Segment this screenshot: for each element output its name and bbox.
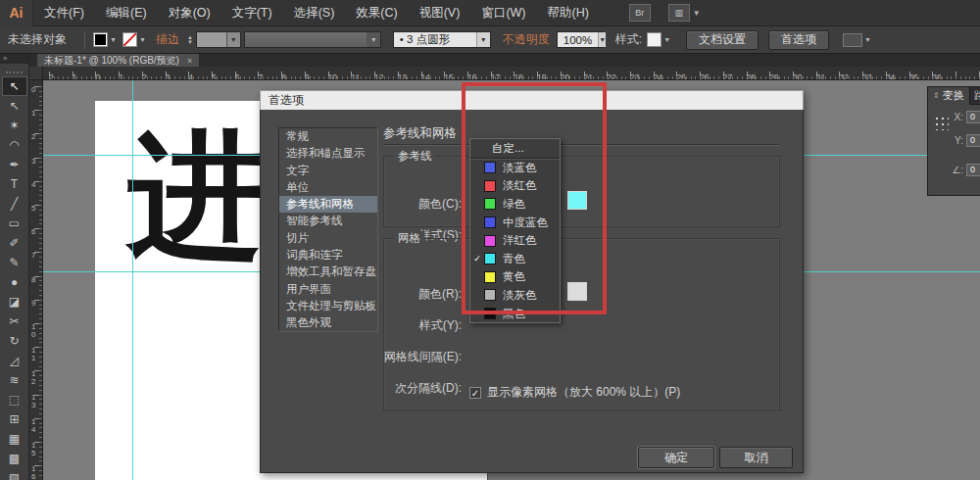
stroke-panel-link[interactable]: 描边 <box>156 31 179 48</box>
y-field[interactable]: 0 <box>966 134 980 147</box>
width-profile-dropdown[interactable]: ▼ <box>244 31 381 48</box>
bridge-icon[interactable]: Br <box>629 4 651 22</box>
blob-brush-tool[interactable]: ● <box>2 272 27 292</box>
paintbrush-tool[interactable]: ✐ <box>2 233 27 253</box>
chevron-down-icon[interactable]: ▼ <box>139 36 146 43</box>
vertical-ruler[interactable]: 012345678910111213141516 <box>29 80 43 480</box>
category-item[interactable]: 词典和连字 <box>279 247 377 264</box>
horizontal-ruler[interactable]: 2101234567891011121314151617181920212223… <box>43 67 980 80</box>
style-swatch[interactable] <box>647 32 662 47</box>
align-panel-icon[interactable] <box>843 33 862 47</box>
pen-tool[interactable]: ✒ <box>2 155 27 174</box>
pixel-grid-checkbox[interactable]: ✓ <box>469 387 481 399</box>
type-tool[interactable]: T <box>2 174 27 194</box>
menu-item[interactable]: 帮助(H) <box>537 0 600 26</box>
cancel-button[interactable]: 取消 <box>719 447 793 468</box>
width-tool[interactable]: ≋ <box>2 370 27 390</box>
reference-point-locator[interactable] <box>933 115 949 130</box>
category-item[interactable]: 增效工具和暂存盘 <box>279 264 377 280</box>
menu-item[interactable]: 对象(O) <box>158 0 221 26</box>
ruler-number: 15 <box>31 442 37 465</box>
angle-field[interactable]: 0 <box>966 164 980 176</box>
illustrator-window: Ai 文件(F)编辑(E)对象(O)文字(T)选择(S)效果(C)视图(V)窗口… <box>0 0 980 480</box>
document-tab-bar: 未标题-1* @ 100% (RGB/预览) × <box>29 54 980 67</box>
stroke-weight-stepper[interactable]: ▲ ▼ <box>187 35 193 45</box>
x-row: X: 0 <box>952 111 980 123</box>
ruler-number: 25 <box>676 72 700 80</box>
direct-selection-tool[interactable]: ↖ <box>2 96 27 116</box>
eraser-tool[interactable]: ◪ <box>2 292 27 312</box>
free-transform-tool[interactable]: ⬚ <box>2 390 27 409</box>
selection-status: 未选择对象 <box>8 31 67 48</box>
lasso-tool[interactable]: ◠ <box>2 135 27 155</box>
ruler-number: 11 <box>351 72 374 80</box>
menu-item[interactable]: 窗口(W) <box>470 0 536 26</box>
ruler-number: 22 <box>607 72 630 80</box>
x-field[interactable]: 0 <box>966 111 980 123</box>
ruler-number: 36 <box>932 72 956 80</box>
tab-transform[interactable]: ⇕变换 <box>928 87 970 105</box>
menu-item[interactable]: 文字(T) <box>221 0 283 26</box>
category-item[interactable]: 文字 <box>279 163 377 179</box>
ruler-number: 1 <box>73 72 96 80</box>
menu-item[interactable]: 视图(V) <box>409 0 471 26</box>
fill-color-swatch[interactable] <box>93 32 108 47</box>
ruler-number: 1 <box>119 72 142 80</box>
ruler-number: 4 <box>31 181 37 205</box>
scissors-tool[interactable]: ✂ <box>2 312 27 331</box>
document-setup-button[interactable]: 文档设置 <box>686 30 759 50</box>
menu-item[interactable]: 效果(C) <box>345 0 408 26</box>
artboard-text[interactable]: 进 <box>127 127 265 264</box>
perspective-grid-tool[interactable]: ▦ <box>2 429 27 449</box>
ruler-number: 18 <box>514 72 537 80</box>
ruler-number: 13 <box>31 394 37 417</box>
ruler-number: 20 <box>561 72 584 80</box>
magic-wand-tool[interactable]: ✶ <box>2 116 27 135</box>
shape-builder-tool[interactable]: ⊞ <box>2 409 27 429</box>
mesh-tool[interactable]: ▩ <box>2 449 27 468</box>
ruler-number: 14 <box>31 418 37 442</box>
vertical-guide[interactable] <box>132 80 133 480</box>
rotate-tool[interactable]: ↻ <box>2 331 27 351</box>
category-item[interactable]: 常规 <box>279 128 377 145</box>
ruler-number: 2 <box>142 72 166 80</box>
menu-item[interactable]: 选择(S) <box>283 0 346 26</box>
document-tab[interactable]: 未标题-1* @ 100% (RGB/预览) × <box>37 54 199 67</box>
panel-grip[interactable] <box>6 66 23 73</box>
ruler-number: 10 <box>328 72 352 80</box>
ruler-number: 21 <box>584 72 608 80</box>
stroke-color-swatch[interactable] <box>122 32 137 47</box>
annotation-highlight-box <box>462 82 607 314</box>
collapse-panel-button[interactable]: » <box>0 54 28 64</box>
stroke-weight-dropdown[interactable]: ▼ <box>196 31 241 48</box>
line-segment-tool[interactable]: ╱ <box>2 194 27 214</box>
ok-button[interactable]: 确定 <box>638 447 714 468</box>
menu-item[interactable]: 文件(F) <box>33 0 95 26</box>
chevron-down-icon[interactable]: ▼ <box>110 36 117 43</box>
ruler-number: 14 <box>421 72 445 80</box>
brush-dropdown[interactable]: • 3 点圆形▼ <box>393 31 491 48</box>
ruler-number: 1 <box>31 110 37 133</box>
pencil-tool[interactable]: ✎ <box>2 253 27 272</box>
close-icon[interactable]: × <box>187 56 192 66</box>
category-item[interactable]: 单位 <box>279 179 377 196</box>
document-title: 未标题-1* @ 100% (RGB/预览) <box>44 54 179 68</box>
opacity-dropdown[interactable]: 100%▼ <box>557 31 604 48</box>
ruler-number: 0 <box>95 72 119 80</box>
arrange-documents-control[interactable]: ▥ ▼ <box>668 4 701 22</box>
preferences-button[interactable]: 首选项 <box>768 30 829 50</box>
ruler-number: 9 <box>31 300 37 323</box>
selection-tool[interactable]: ↖ <box>2 76 27 96</box>
dialog-body: 常规选择和锚点显示文字单位参考线和网格智能参考线切片词典和连字增效工具和暂存盘用… <box>260 110 804 473</box>
gridline-every-label: 网格线间隔(E): <box>261 349 462 365</box>
menu-item[interactable]: 编辑(E) <box>95 0 158 26</box>
tab-pathfinder-partial[interactable]: 路 <box>970 88 980 103</box>
category-item[interactable]: 选择和锚点显示 <box>279 145 377 162</box>
opacity-link[interactable]: 不透明度 <box>503 31 550 48</box>
chevron-down-icon[interactable]: ▼ <box>864 36 871 43</box>
rectangle-tool[interactable]: ▭ <box>2 214 27 233</box>
scale-tool[interactable]: ◿ <box>2 351 27 370</box>
chevron-down-icon[interactable]: ▼ <box>663 36 670 43</box>
angle-label: ∠: <box>952 165 963 175</box>
gradient-tool[interactable]: ▧ <box>2 468 27 480</box>
